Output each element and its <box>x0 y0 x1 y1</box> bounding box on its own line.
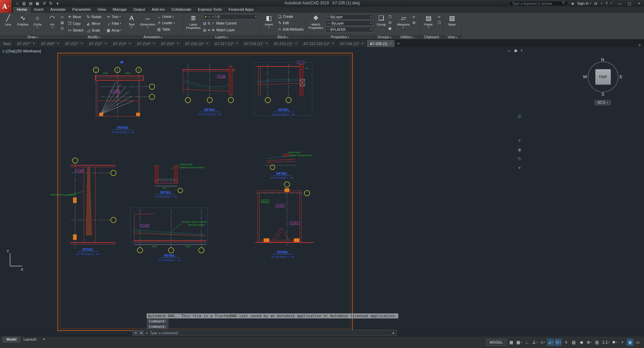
search-field[interactable]: Type a keyword or phrase <box>509 1 568 6</box>
ribbon-tab[interactable]: Insert <box>31 7 47 13</box>
file-tab-close-icon[interactable]: × <box>236 42 238 45</box>
command-bar[interactable]: × ⚙ ▸ Type a command ▲ <box>133 330 397 336</box>
draw-panel-label[interactable]: Draw ▾ <box>0 34 65 39</box>
file-tab-close-icon[interactable]: × <box>81 42 83 45</box>
file-tab-close-icon[interactable]: × <box>177 42 179 45</box>
block-tool-button[interactable]: ❑Create <box>277 13 304 20</box>
modify-tool-button[interactable]: ✂Trim▾ <box>106 14 122 20</box>
file-tab[interactable]: A7-234 (1)* × <box>337 40 367 47</box>
status-icon[interactable]: ⊡▾ <box>555 339 562 346</box>
model-tab[interactable]: Model <box>3 336 20 343</box>
ribbon-tab[interactable]: View <box>94 7 109 13</box>
drawing-canvas[interactable]: +2.340 2340 1800 DETAIL A7-235 SCALE 1 :… <box>0 47 644 336</box>
annotation-tool-button[interactable]: ↔Linear▾ <box>156 13 176 20</box>
ribbon-tab[interactable]: Featured Apps <box>225 7 257 13</box>
file-tab[interactable]: A7-212* × <box>86 40 110 47</box>
quick-access-icon[interactable]: ▥ <box>21 1 27 6</box>
layer-dropdown[interactable]: ● ☼ ▪ □ 0 ▾ <box>203 14 258 19</box>
insert-block-button[interactable]: ◧Insert▾ <box>261 13 276 34</box>
modify-tool-button[interactable]: ✛Move <box>67 14 86 20</box>
doc-minimize-icon[interactable]: — <box>507 49 511 52</box>
viewport-control[interactable]: [Top] <box>8 49 16 53</box>
file-tab-close-icon[interactable]: × <box>295 42 297 45</box>
file-tab[interactable]: A7-217 (1)* × <box>212 40 241 47</box>
file-tab-close-icon[interactable]: × <box>265 42 267 45</box>
status-icon[interactable]: ▨ <box>570 339 577 346</box>
status-icon[interactable]: ∟ <box>524 339 531 346</box>
modify-tool-button[interactable]: ↻Rotate <box>86 14 106 20</box>
clipboard-mini-icon[interactable]: ❐ <box>438 20 441 25</box>
command-customize-icon[interactable]: ⚙ <box>139 330 144 335</box>
paste-button[interactable]: ▤Paste▾ <box>421 13 436 34</box>
block-tool-button[interactable]: ✏Edit Attributes <box>277 26 304 33</box>
quick-access-icon[interactable]: ▾ <box>54 1 61 6</box>
file-tab-close-icon[interactable]: × <box>57 42 59 45</box>
ribbon-tab[interactable]: Collaborate <box>168 7 195 13</box>
quick-access-icon[interactable]: ▤ <box>28 1 34 6</box>
text-tool-button[interactable]: AText▾ <box>124 13 139 34</box>
help-caret-icon[interactable]: ▾ <box>610 2 612 5</box>
clipboard-mini-icon[interactable]: ✂ <box>438 15 441 19</box>
doc-restore-icon[interactable]: ▣ <box>514 49 517 52</box>
file-tab-close-icon[interactable]: × <box>206 42 208 45</box>
command-history-toggle[interactable]: ▲ <box>390 331 396 334</box>
sign-in-button[interactable]: Sign In▾ <box>577 1 591 5</box>
navbar-icon[interactable]: ◎ <box>517 114 521 119</box>
file-tab-close-icon[interactable]: × <box>105 42 107 45</box>
utility-mini-icon[interactable]: ⊞ <box>412 20 415 25</box>
status-icon[interactable]: ▭ <box>634 339 641 346</box>
command-input[interactable]: Type a command <box>150 331 390 335</box>
file-tab[interactable]: A7-219 (1)* × <box>271 40 300 47</box>
draw-mini-icon[interactable]: ▨ <box>61 20 64 25</box>
tab-overflow-button[interactable]: ≡ <box>635 43 644 47</box>
viewcube-west[interactable]: W <box>583 74 587 79</box>
annotation-tool-button[interactable]: ↗Leader▾ <box>156 20 176 26</box>
line-tool-button[interactable]: ╱Line <box>1 13 15 34</box>
navbar-icon[interactable]: ✛ <box>518 138 522 143</box>
modify-tool-button[interactable]: ◭Mirror <box>86 20 106 27</box>
file-tab-close-icon[interactable]: × <box>332 42 334 45</box>
group-mini-icon[interactable]: ⊟ <box>388 20 391 25</box>
annotation-tool-button[interactable]: ▥Table <box>156 26 176 33</box>
maximize-button[interactable]: ▢ <box>625 0 634 7</box>
file-tab[interactable]: A7-211* × <box>62 40 86 47</box>
group-mini-icon[interactable]: ▣ <box>388 26 391 31</box>
file-tab[interactable]: A7-213* × <box>110 40 134 47</box>
new-drawing-tab-button[interactable]: + <box>395 40 402 47</box>
status-icon[interactable]: 1:1▾ <box>601 339 610 346</box>
block-tool-button[interactable]: ✎Edit <box>277 20 304 26</box>
utility-mini-icon[interactable]: ✐ <box>412 15 415 19</box>
quick-access-icon[interactable]: □ <box>14 1 20 6</box>
block-panel-label[interactable]: Block ▾ <box>260 34 305 39</box>
view-panel-label[interactable]: View ▾ <box>443 34 461 39</box>
navbar-icon[interactable]: ◉ <box>517 147 521 152</box>
layer-properties-button[interactable]: ≣Layer Properties <box>184 13 202 34</box>
file-tab[interactable]: A7-215* × <box>158 40 182 47</box>
draw-mini-icon[interactable]: ⊡ <box>61 26 64 31</box>
property-dropdown[interactable]: —ByLayer▾ <box>326 20 373 26</box>
status-icon[interactable]: ≡ <box>562 339 569 346</box>
modify-tool-button[interactable]: ❐Copy <box>67 20 86 27</box>
ribbon-tab[interactable]: Annotate <box>47 7 69 13</box>
viewcube-south[interactable]: S <box>601 92 604 97</box>
modify-tool-button[interactable]: ▦Array▾ <box>106 27 122 34</box>
add-layout-button[interactable]: + <box>40 337 48 342</box>
circle-tool-button[interactable]: ○Circle▾ <box>31 13 45 34</box>
status-icon[interactable]: ▥ <box>593 339 600 346</box>
properties-panel-label[interactable]: Properties ▾ <box>306 34 374 39</box>
application-menu-button[interactable]: A ▾ <box>0 0 11 13</box>
file-tab[interactable]: A7-207* × <box>14 40 38 47</box>
make-current-button[interactable]: ▤⇅✓ Make Current <box>203 20 258 26</box>
viewport-control[interactable]: [2D Wireframe] <box>16 49 41 53</box>
measure-button[interactable]: ▱Measure▾ <box>396 13 411 34</box>
viewport-control[interactable]: [−] <box>3 49 7 53</box>
file-tab-close-icon[interactable]: × <box>33 42 35 45</box>
quick-access-icon[interactable]: ▦ <box>34 1 41 6</box>
command-close-icon[interactable]: × <box>133 330 139 335</box>
file-tab[interactable]: A7-232-233 (1)* × <box>300 40 337 47</box>
viewcube-top-face[interactable]: TOP <box>595 69 611 85</box>
modify-tool-button[interactable]: ◿Scale <box>86 27 106 34</box>
ribbon-tab[interactable]: Manage <box>109 7 130 13</box>
file-tab[interactable]: Start <box>0 40 14 47</box>
polyline-tool-button[interactable]: ∿Polyline <box>16 13 30 34</box>
